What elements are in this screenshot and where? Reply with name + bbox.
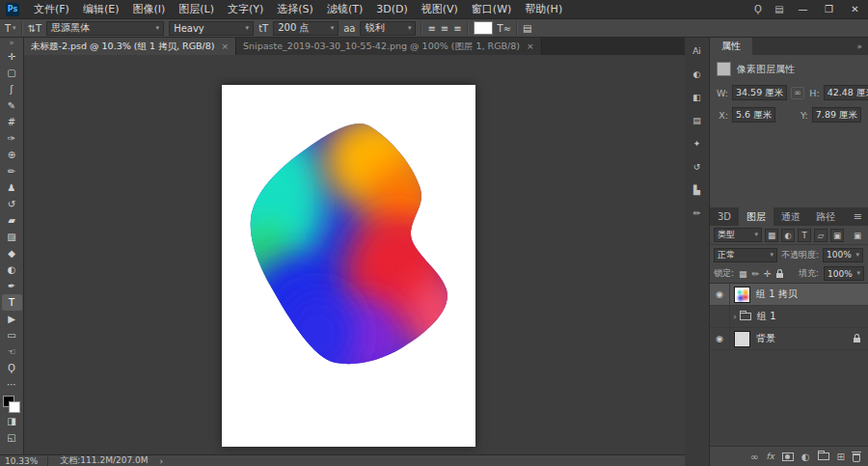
tab-layers[interactable]: 图层 [739,207,773,226]
blend-mode-select[interactable]: 正常 ▾ [714,248,777,262]
swatches-icon[interactable]: ▤ [688,113,707,127]
filter-toggle-icon[interactable]: ▣ [851,229,864,242]
marquee-tool[interactable]: ▢ [2,65,22,81]
path-selection-tool[interactable]: ▶ [2,311,22,327]
text-orientation-icon[interactable]: ⇅T [28,23,42,34]
tab-paths[interactable]: 路径 [808,207,843,226]
filter-shape-icon[interactable]: ▱ [814,229,827,242]
fill-select[interactable]: 100% ▾ [824,266,864,281]
filter-adjustment-icon[interactable]: ◐ [781,229,795,242]
align-right-icon[interactable]: ≡ [453,23,461,34]
document-canvas[interactable] [222,85,475,447]
align-center-icon[interactable]: ≡ [441,23,448,34]
lock-transparency-icon[interactable]: ▦ [739,269,747,279]
width-field[interactable]: 34.59 厘米 [732,85,787,100]
search-icon[interactable]: Ϙ [747,0,769,18]
collapse-panel-icon[interactable]: » [851,38,868,55]
menu-image[interactable]: 图像(I) [125,0,172,18]
restore-button[interactable]: ❐ [816,0,842,18]
close-icon[interactable]: × [222,41,230,51]
document-tab-active[interactable]: 未标题-2.psd @ 10.3% (组 1 拷贝, RGB/8) × [24,38,236,55]
styles-icon[interactable]: ✦ [688,136,707,151]
warp-text-icon[interactable]: T≈ [498,23,512,34]
zoom-level-field[interactable]: 10.33% [5,456,48,466]
visibility-eye-icon[interactable]: ◉ [710,328,730,349]
quick-mask-icon[interactable]: ◨ [2,413,22,429]
background-color-swatch[interactable] [9,401,20,413]
link-dimensions-icon[interactable]: ∞ [791,87,804,99]
healing-brush-tool[interactable]: ⊕ [2,147,22,163]
new-layer-icon[interactable]: ⊞ [837,452,845,462]
font-family-select[interactable]: 思源黑体 ▾ [46,21,164,36]
x-field[interactable]: 5.6 厘米 [732,107,775,123]
menu-help[interactable]: 帮助(H) [518,0,569,18]
dodge-tool[interactable]: ◐ [2,261,22,278]
menu-file[interactable]: 文件(F) [27,0,76,18]
new-group-icon[interactable] [818,452,829,460]
filter-pixel-icon[interactable]: ▦ [765,229,778,242]
close-button[interactable]: ✕ [842,0,868,18]
lasso-tool[interactable]: ʃ [2,81,22,97]
menu-window[interactable]: 窗口(W) [465,0,518,18]
menu-view[interactable]: 视图(V) [415,0,465,18]
visibility-eye-empty[interactable] [710,306,730,327]
group-expand-icon[interactable]: › [730,312,740,321]
zoom-tool[interactable]: Ϙ [2,360,22,376]
text-color-swatch[interactable] [474,21,493,35]
tab-3d[interactable]: 3D [710,207,739,226]
menu-type[interactable]: 文字(Y) [221,0,270,18]
libraries-icon[interactable]: Ai [688,43,707,58]
brush-settings-icon[interactable]: ✏ [688,206,707,220]
history-brush-tool[interactable]: ↺ [2,196,22,212]
filter-smart-object-icon[interactable]: ▣ [830,229,844,242]
pen-tool[interactable]: ✒ [2,278,22,294]
panel-menu-icon[interactable]: ≡ [848,207,868,226]
menu-3d[interactable]: 3D(D) [369,0,415,18]
tool-preset-icon[interactable]: T ▾ [5,23,16,34]
delete-layer-icon[interactable] [853,453,860,462]
close-icon[interactable]: × [527,41,534,51]
filter-type-icon[interactable]: T [798,229,811,242]
menu-layer[interactable]: 图层(L) [172,0,221,18]
eyedropper-tool[interactable]: ✑ [2,130,22,147]
link-layers-icon[interactable]: ∞ [750,452,758,462]
layer-row-group1[interactable]: › 组 1 [710,306,868,328]
anti-alias-select[interactable]: 锐利 ▾ [360,21,416,36]
lock-position-icon[interactable]: ✛ [764,269,772,279]
layer-name[interactable]: 组 1 [757,310,776,323]
font-size-select[interactable]: 200 点 ▾ [273,21,339,36]
menu-edit[interactable]: 编辑(E) [76,0,126,18]
layer-row-group1-copy[interactable]: ◉ 组 1 拷贝 [710,284,868,306]
align-left-icon[interactable]: ≡ [427,23,435,34]
menu-select[interactable]: 选择(S) [270,0,320,18]
layer-thumbnail[interactable] [734,287,750,303]
color-swatches[interactable] [3,396,20,413]
hand-tool[interactable]: ☜ [2,343,22,360]
tab-properties[interactable]: 属性 [710,38,752,55]
layer-style-icon[interactable]: fx [766,452,774,461]
edit-toolbar-icon[interactable]: ⋯ [2,376,22,393]
clone-stamp-tool[interactable]: ♟ [2,179,22,196]
color-icon[interactable]: ◧ [688,90,707,104]
adjustments-icon[interactable]: ◐ [688,67,707,81]
add-mask-icon[interactable] [782,452,794,461]
font-style-select[interactable]: Heavy ▾ [169,21,254,36]
menu-filter[interactable]: 滤镜(T) [320,0,369,18]
move-tool[interactable]: ✛ [2,48,22,65]
history-icon[interactable]: ↺ [688,159,707,174]
blur-tool[interactable]: ◆ [2,245,22,261]
layer-filter-select[interactable]: 类型 ▾ [714,228,762,242]
type-tool[interactable]: T [2,294,22,311]
layer-name[interactable]: 组 1 拷贝 [756,288,798,301]
screen-mode-icon[interactable]: ◱ [2,429,22,446]
eraser-tool[interactable]: ▰ [2,212,22,229]
layer-name[interactable]: 背景 [756,332,775,345]
lock-all-icon[interactable] [776,273,783,278]
adjustment-layer-icon[interactable]: ◐ [801,452,810,462]
quick-selection-tool[interactable]: ✎ [2,97,22,114]
lock-pixels-icon[interactable]: ✏ [752,269,760,279]
opacity-select[interactable]: 100% ▾ [823,248,863,262]
minimize-button[interactable]: — [790,0,816,18]
status-popup-arrow-icon[interactable]: › [159,456,163,466]
document-tab-inactive[interactable]: Snipaste_2019-03-30_10-55-42.png @ 100% … [236,38,542,55]
